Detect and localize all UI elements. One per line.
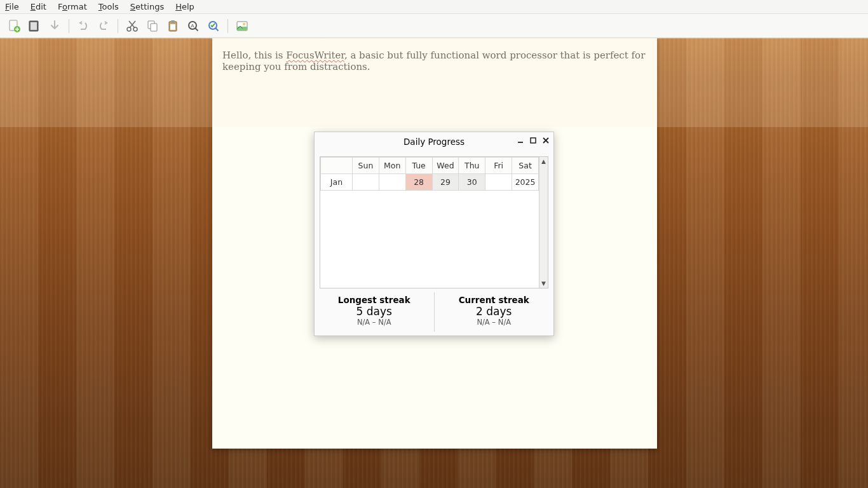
scroll-up-icon[interactable]: ▲: [539, 157, 548, 166]
paste-icon: [166, 19, 180, 33]
undo-button[interactable]: [74, 17, 92, 35]
svg-point-5: [133, 27, 137, 31]
maximize-icon[interactable]: [529, 136, 537, 146]
menu-settings[interactable]: Settings: [130, 2, 164, 11]
svg-rect-10: [170, 24, 175, 30]
current-streak-range: N/A – N/A: [435, 318, 554, 327]
dialog-titlebar[interactable]: Daily Progress: [315, 132, 553, 151]
svg-text:A: A: [191, 23, 194, 29]
new-document-button[interactable]: [5, 17, 23, 35]
menu-tools[interactable]: Tools: [98, 2, 119, 11]
doc-text-part: Hello, this is: [222, 50, 286, 61]
find-icon: A: [186, 19, 200, 33]
current-streak-value: 2 days: [435, 305, 554, 318]
svg-rect-9: [171, 20, 175, 23]
workspace-background: Hello, this is FocusWriter, a basic but …: [0, 38, 868, 488]
menu-help[interactable]: Help: [175, 2, 194, 11]
calendar-cell[interactable]: [353, 174, 379, 191]
weekday-header: Fri: [485, 158, 512, 174]
redo-icon: [97, 19, 111, 33]
dialog-title: Daily Progress: [403, 137, 465, 147]
copy-icon: [146, 19, 159, 33]
menu-edit[interactable]: Edit: [31, 2, 46, 11]
weekday-header: Thu: [459, 158, 485, 174]
minimize-icon[interactable]: [517, 136, 524, 146]
toolbar-separator: [118, 19, 118, 33]
open-file-icon: [27, 19, 41, 33]
streak-summary: Longest streak 5 days N/A – N/A Current …: [315, 292, 553, 332]
calendar-scrollbar[interactable]: ▲ ▼: [539, 157, 548, 288]
weekday-header: Wed: [432, 158, 459, 174]
toolbar-separator: [227, 19, 228, 33]
longest-streak: Longest streak 5 days N/A – N/A: [315, 292, 434, 332]
menubar: File Edit Format Tools Settings Help: [0, 0, 868, 14]
themes-button[interactable]: [233, 17, 251, 35]
redo-button[interactable]: [95, 17, 112, 35]
longest-streak-label: Longest streak: [315, 295, 434, 305]
spellcheck-button[interactable]: [205, 17, 222, 35]
save-icon: [48, 19, 62, 33]
svg-rect-17: [531, 138, 536, 143]
current-streak-label: Current streak: [435, 295, 554, 305]
doc-text-misspelled: FocusWriter: [286, 50, 344, 61]
svg-rect-7: [151, 24, 157, 31]
paste-button[interactable]: [164, 17, 182, 35]
daily-progress-dialog: Daily Progress Sun: [314, 132, 554, 336]
menu-format[interactable]: Format: [58, 2, 87, 11]
longest-streak-value: 5 days: [315, 305, 434, 318]
close-icon[interactable]: [542, 136, 550, 146]
weekday-header: Sun: [353, 158, 379, 174]
cut-icon: [125, 19, 139, 33]
current-streak: Current streak 2 days N/A – N/A: [434, 292, 554, 332]
longest-streak-range: N/A – N/A: [315, 318, 434, 327]
svg-rect-3: [31, 22, 37, 30]
scroll-down-icon[interactable]: ▼: [539, 279, 548, 288]
toolbar: A: [0, 14, 868, 38]
svg-point-16: [243, 23, 245, 25]
calendar-month-cell: Jan: [321, 174, 353, 191]
calendar-corner: [321, 158, 353, 174]
menu-file[interactable]: File: [5, 2, 19, 11]
cut-button[interactable]: [123, 17, 141, 35]
calendar-table: Sun Mon Tue Wed Thu Fri Sat Jan: [320, 157, 539, 191]
weekday-header: Sat: [512, 158, 539, 174]
calendar-cell[interactable]: 30: [459, 174, 485, 191]
weekday-header: Tue: [405, 158, 432, 174]
svg-point-4: [127, 27, 131, 31]
toolbar-separator: [69, 19, 69, 33]
calendar-container: Sun Mon Tue Wed Thu Fri Sat Jan: [320, 156, 548, 288]
copy-button[interactable]: [144, 17, 161, 35]
save-document-button[interactable]: [46, 17, 64, 35]
calendar-cell-today[interactable]: 28: [405, 174, 432, 191]
calendar-cell[interactable]: [485, 174, 512, 191]
calendar-year-cell[interactable]: 2025: [512, 174, 539, 191]
calendar-cell[interactable]: [379, 174, 405, 191]
weekday-header: Mon: [379, 158, 405, 174]
image-icon: [235, 19, 249, 33]
undo-icon: [76, 19, 90, 33]
find-button[interactable]: A: [184, 17, 202, 35]
document-text[interactable]: Hello, this is FocusWriter, a basic but …: [212, 38, 657, 84]
new-file-icon: [7, 19, 21, 33]
open-document-button[interactable]: [25, 17, 43, 35]
calendar-cell[interactable]: 29: [432, 174, 459, 191]
spellcheck-icon: [207, 19, 220, 33]
